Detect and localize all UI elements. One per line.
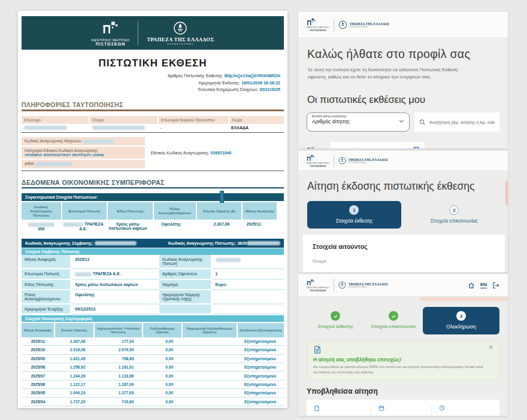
afm-cell: ΑΦΜ: bbox=[22, 160, 145, 168]
step3-number: 3 bbox=[456, 311, 466, 321]
application-number-col: Αριθμός αίτησης B0pJnQe1XaQSVNGhBRZm bbox=[314, 405, 371, 416]
total-debt-cell: 2.307,08 bbox=[54, 337, 94, 345]
total-debt-cell: 1.258,92 bbox=[54, 363, 94, 371]
overdue-date-cell bbox=[181, 389, 237, 397]
logo-divider bbox=[334, 279, 334, 292]
table-row: 2025/11 2.307,08 177,03 0,00 Εξυπηρετούμ… bbox=[22, 337, 284, 346]
submission-status-col: Κατάσταση υποβολής Υπό επεξεργασία bbox=[431, 405, 492, 416]
month-cell: 2025/09 bbox=[22, 355, 54, 363]
overdue-cell: 0,00 bbox=[142, 337, 181, 345]
application-title: Αίτηση έκδοσης πιστωτικής έκθεσης bbox=[307, 180, 499, 193]
credit-type-value: Χρέος μέσω πιστωτικών καρτών bbox=[105, 220, 150, 233]
search-box[interactable] bbox=[414, 112, 499, 132]
filter-select[interactable]: Επιλέξτε φίλτρο αναζήτησης Αριθμός αίτησ… bbox=[307, 112, 410, 132]
monthly-table-body: 2025/11 2.307,08 177,03 0,00 Εξυπηρετούμ… bbox=[22, 337, 284, 408]
kv-row: Μήνας Αναφοράς 2025/11 Κωδικός Αναγνώρισ… bbox=[22, 255, 284, 269]
bank-of-greece-logo: ΤΡΑΠΕΖΑ ΤΗΣ ΕΛΛΑΔΟΣ ΕΥΡΩΣΥΣΤΗΜΑ bbox=[147, 21, 214, 45]
language-toggle[interactable]: EN bbox=[480, 282, 487, 288]
header-logos: ΚΕΝΤΡΙΚΟ ΜΗΤΡΩΟ ΠΙΣΤΩΣΕΩΝ ΤΡΑΠΕΖΑ ΤΗΣ ΕΛ… bbox=[307, 279, 388, 292]
filter-select-label: Επιλέξτε φίλτρο αναζήτησης bbox=[312, 115, 404, 118]
summary-bar-title: Συγκεντρωτικά Στοιχεία Πιστώσεων: bbox=[22, 193, 284, 201]
issue-date-line: Ημερομηνία Έκδοσης: 16/01/2026 16:38:22 bbox=[25, 80, 280, 87]
col-credit-code: Κωδικός Αναγνώρισης Πίστωσης bbox=[22, 202, 61, 220]
national-code-value: 026921940 bbox=[210, 151, 231, 155]
table-row: 2025/04 1.727,20 716,60 0,00 Εξυπηρετούμ… bbox=[22, 398, 284, 406]
document-icon bbox=[313, 345, 493, 354]
panel3-header: ΚΕΝΤΡΙΚΟ ΜΗΤΡΩΟ ΠΙΣΤΩΣΕΩΝ ΤΡΑΠΕΖΑ ΤΗΣ ΕΛ… bbox=[298, 274, 508, 297]
filter-row: Φίλτρα Ημερομηνία bbox=[307, 142, 499, 148]
unused-balance-cell: 2.979,93 bbox=[93, 346, 142, 354]
identification-codes-table: Κωδικός Αναγνώρισης Μητρώου: Κατηγορία Ε… bbox=[22, 137, 284, 171]
registry-code-cell: Κωδικός Αναγνώρισης Μητρώου: bbox=[22, 137, 145, 145]
month-cell: 2025/06 bbox=[22, 381, 54, 388]
logout-icon[interactable] bbox=[492, 282, 499, 289]
tab-contact-details[interactable]: 2 Στοιχεία επικοινωνίας bbox=[410, 201, 499, 229]
overdue-date-cell bbox=[181, 337, 237, 345]
tab-completion[interactable]: 3 Ολοκλήρωση bbox=[423, 307, 499, 334]
table-row: 2025/06 1.122,17 1.267,00 0,00 Εξυπηρετο… bbox=[22, 381, 284, 389]
col-ref-month: Μήνας Αναφοράς bbox=[243, 202, 277, 220]
overdue-cell: 0,00 bbox=[142, 346, 181, 354]
status-cell: Εξυπηρετούμενο bbox=[237, 372, 284, 379]
home-icon[interactable] bbox=[468, 282, 475, 289]
kv-row: Ρόλος Αντισυμβαλλόμενου Οφειλέτης Ημερομ… bbox=[22, 290, 284, 305]
category-value: ΑΡΙΘΜΟΣ ΦΟΡΟΛΟΓΙΚΟΥ ΜΗΤΡΩΟΥ (ΑΦΜ) bbox=[25, 153, 142, 157]
report-header: ΚΕΝΤΡΙΚΟ ΜΗΤΡΩΟ ΠΙΣΤΩΣΕΩΝ ΤΡΑΠΕΖΑ ΤΗΣ ΕΛ… bbox=[22, 16, 284, 50]
status-cell: Εξυπηρετούμενο bbox=[237, 346, 284, 354]
role-value: Οφειλέτης bbox=[150, 220, 192, 233]
credit-code-label: Κωδικός Αναγνώρισης Πίστωσης: 3620 bbox=[168, 241, 280, 246]
step1-number: 1 bbox=[349, 205, 359, 215]
filters-label: Φίλτρα bbox=[307, 147, 323, 148]
last-update-value: 30/11/2025 bbox=[259, 87, 280, 92]
overdue-cell: 0,00 bbox=[142, 355, 181, 363]
search-input[interactable] bbox=[429, 120, 495, 125]
check-icon bbox=[389, 311, 398, 321]
month-cell: 2025/10 bbox=[22, 346, 54, 354]
close-icon[interactable]: ✕ bbox=[489, 345, 493, 351]
overdue-cell: 0,00 bbox=[142, 389, 181, 397]
applicant-card: Στοιχεία αιτούντος Όνομα bbox=[303, 235, 505, 272]
search-icon bbox=[419, 119, 426, 126]
total-debt-cell: 1.122,17 bbox=[54, 381, 94, 388]
category-row: Κατηγορία Εθνικού Κωδικού Αναγνώρισης: Α… bbox=[22, 147, 284, 159]
table-row: 2025/09 1.621,45 798,89 0,00 Εξυπηρετούμ… bbox=[22, 355, 284, 363]
unused-balance-cell: 177,03 bbox=[93, 337, 142, 345]
month-cell: 2025/07 bbox=[22, 372, 54, 379]
status-cell: Εξυπηρετούμενο bbox=[237, 406, 284, 408]
unused-balance-cell: 1.133,66 bbox=[93, 372, 142, 379]
submitted-heading: Υποβληθείσα αίτηση bbox=[307, 387, 499, 395]
calendar-icon bbox=[378, 405, 427, 411]
credit-registry-logo: ΚΕΝΤΡΙΚΟ ΜΗΤΡΩΟ ΠΙΣΤΩΣΕΩΝ bbox=[91, 20, 129, 46]
unused-balance-cell: 1.377,63 bbox=[93, 389, 142, 397]
ref-month-value: 2025/11 bbox=[237, 220, 271, 233]
submission-date-col: Ημερομηνία υποβολής 16/01/2026 bbox=[371, 405, 432, 416]
chevron-down-icon bbox=[399, 119, 404, 123]
tab-report-details[interactable]: 1 Στοιχεία έκθεσης bbox=[307, 201, 401, 229]
submitted-application-card: Αριθμός αίτησης B0pJnQe1XaQSVNGhBRZm Ημε… bbox=[307, 400, 499, 416]
step2-label: Στοιχεία επικοινωνίας bbox=[365, 324, 423, 329]
tab-contact-details-done[interactable]: Στοιχεία επικοινωνίας bbox=[365, 307, 423, 329]
total-debt-cell: 1.244,30 bbox=[54, 406, 94, 408]
step1-label: Στοιχεία έκθεσης bbox=[307, 324, 365, 329]
overdue-date-cell bbox=[181, 406, 237, 408]
status-cell: Εξυπηρετούμενο bbox=[237, 363, 284, 371]
success-alert: ✕ Η αίτησή σας υποβλήθηκε επιτυχώς! Θα ε… bbox=[307, 340, 499, 381]
registry-name-line2: ΠΙΣΤΩΣΕΩΝ bbox=[91, 42, 129, 46]
contract-kv-table: Μήνας Αναφοράς 2025/11 Κωδικός Αναγνώρισ… bbox=[22, 255, 284, 315]
step-tabs: 1 Στοιχεία έκθεσης 2 Στοιχεία επικοινωνί… bbox=[307, 201, 499, 229]
total-debt-cell: 1.727,20 bbox=[54, 398, 94, 406]
application-panel: ΚΕΝΤΡΙΚΟ ΜΗΤΡΩΟ ΠΙΣΤΩΣΕΩΝ ΤΡΑΠΕΖΑ ΤΗΣ ΕΛ… bbox=[298, 151, 508, 272]
overdue-date-cell bbox=[181, 346, 237, 354]
tab-report-details-done[interactable]: Στοιχεία έκθεσης bbox=[307, 307, 365, 329]
completion-panel: ΚΕΝΤΡΙΚΟ ΜΗΤΡΩΟ ΠΙΣΤΩΣΕΩΝ ΤΡΑΠΕΖΑ ΤΗΣ ΕΛ… bbox=[298, 274, 508, 416]
total-debt-cell: 1.621,45 bbox=[54, 355, 94, 363]
page-subtitle: Σε αυτή την ενότητα έχετε τη δυνατότητα … bbox=[308, 66, 471, 81]
contract-bar: Κωδικός Αναγνώρισης Σύμβασης: Κωδικός Αν… bbox=[22, 239, 284, 248]
step1-label: Στοιχεία έκθεσης bbox=[307, 218, 401, 224]
col-surname: Επώνυμο bbox=[22, 116, 89, 124]
overdue-cell: 0,00 bbox=[142, 406, 181, 408]
col-creditor: Επωνυμία Πιστωτή bbox=[62, 202, 107, 220]
col-credit-type: Είδος Πίστωσης bbox=[108, 202, 152, 220]
date-filter-input[interactable]: Ημερομηνία bbox=[330, 142, 425, 148]
overdue-date-cell bbox=[181, 398, 237, 406]
